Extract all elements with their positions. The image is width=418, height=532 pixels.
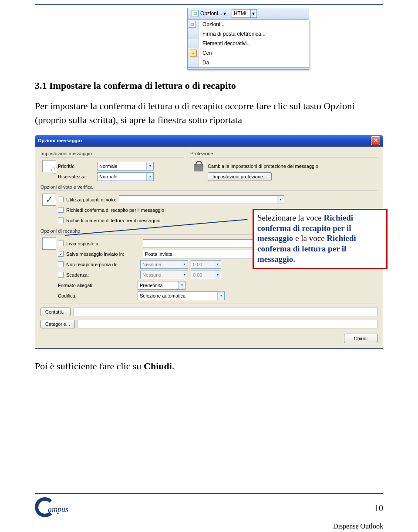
group-vote-title: Opzioni di voto e verifica xyxy=(40,184,378,190)
menu-item-da[interactable]: Da xyxy=(188,58,309,67)
attach-format-value: Predefinita xyxy=(140,283,163,288)
section-heading: 3.1 Impostare la conferma di lettura o d… xyxy=(35,80,383,91)
chevron-down-icon[interactable]: ▾ xyxy=(250,10,255,17)
after-dialog-bold: Chiudi xyxy=(144,361,172,371)
logo-text: ampus xyxy=(48,505,68,514)
options-button-label: Opzioni... xyxy=(200,10,222,17)
chevron-down-icon[interactable]: ▾ xyxy=(181,261,188,268)
footer-rule xyxy=(35,493,383,494)
confidential-value: Normale xyxy=(99,174,118,179)
save-sent-checkbox[interactable]: ✓ xyxy=(58,251,64,257)
dialog-title: Opzioni messaggio xyxy=(38,138,82,143)
vote-buttons-select[interactable]: ▾ xyxy=(119,195,284,204)
menu-item-opzioni[interactable]: ▤ Opzioni... xyxy=(188,20,309,29)
confidential-label: Riservatezza: xyxy=(58,174,97,179)
chevron-down-icon[interactable]: ▾ xyxy=(178,281,185,289)
page-number: 10 xyxy=(374,503,383,513)
expire-time-value: 0.00 xyxy=(193,272,202,278)
delivery-icon xyxy=(42,238,56,250)
menu-item-decorativi[interactable]: Elementi decorativi... xyxy=(188,39,309,48)
callout-text: e la voce xyxy=(293,234,327,243)
toolbar-options-screenshot: ▤ Opzioni... ▾ HTML ▾ ▤ Opzioni... Firma… xyxy=(187,8,309,70)
divider xyxy=(40,304,378,304)
defer-date-select[interactable]: Nessuna ▾ xyxy=(140,260,188,269)
callout-text: Selezionare la voce xyxy=(257,213,324,222)
after-dialog-text: Poi è sufficiente fare clic su xyxy=(35,361,144,371)
chevron-down-icon[interactable]: ▾ xyxy=(222,10,227,17)
attach-format-select[interactable]: Predefinita ▾ xyxy=(138,281,185,290)
expire-date-select[interactable]: Nessuna ▾ xyxy=(140,271,188,279)
replyto-checkbox[interactable] xyxy=(58,241,64,246)
envelope-priority-icon xyxy=(42,160,56,172)
chevron-down-icon[interactable]: ▾ xyxy=(277,196,284,204)
menu-label: Opzioni... xyxy=(199,21,309,27)
contacts-input[interactable] xyxy=(73,308,378,316)
options-icon: ▤ xyxy=(189,21,196,28)
group-protection-title: Protezione xyxy=(190,151,378,156)
close-button[interactable]: Chiudi xyxy=(344,334,378,343)
after-dialog-end: . xyxy=(172,361,175,371)
encoding-select[interactable]: Selezione automatica ▾ xyxy=(138,291,225,300)
categories-input[interactable] xyxy=(78,320,378,328)
menu-grip xyxy=(188,67,309,69)
confidential-select[interactable]: Normale ▾ xyxy=(97,172,154,181)
protection-settings-button[interactable]: Impostazioni protezione... xyxy=(208,172,272,181)
chevron-down-icon[interactable]: ▾ xyxy=(217,292,224,300)
dialog-titlebar: Opzioni messaggio ✕ xyxy=(35,135,383,147)
defer-checkbox[interactable] xyxy=(58,261,64,267)
categories-button[interactable]: Categorie... xyxy=(40,320,75,328)
options-icon: ▤ xyxy=(192,10,199,17)
contacts-button[interactable]: Contatti... xyxy=(40,308,71,316)
priority-label: Priorità: xyxy=(58,164,97,169)
replyto-input[interactable] xyxy=(143,239,265,248)
menu-label: Ccn xyxy=(199,50,309,56)
options-dropdown-menu: ▤ Opzioni... Firma di posta elettronica.… xyxy=(187,19,309,70)
priority-value: Normale xyxy=(99,164,118,169)
format-select[interactable]: HTML ▾ xyxy=(232,9,257,18)
attach-format-label: Formato allegati: xyxy=(58,283,138,288)
chevron-down-icon[interactable]: ▾ xyxy=(181,271,188,279)
read-confirm-label: Richiedi conferma di lettura per il mess… xyxy=(66,218,160,223)
chevron-down-icon[interactable]: ▾ xyxy=(146,162,153,170)
footer-text: Dispense Outlook xyxy=(333,522,383,530)
receipt-confirm-checkbox[interactable] xyxy=(58,207,64,213)
lock-icon xyxy=(192,160,206,172)
expire-checkbox[interactable] xyxy=(58,272,64,278)
toolbar: ▤ Opzioni... ▾ HTML ▾ xyxy=(187,8,309,19)
chevron-down-icon[interactable]: ▾ xyxy=(214,271,221,279)
defer-time-select[interactable]: 0.00 ▾ xyxy=(191,260,221,269)
save-sent-label: Salva messaggio inviato in: xyxy=(66,251,140,257)
menu-item-ccn[interactable]: ✓ Ccn xyxy=(188,48,309,58)
protection-text: Cambia le impostazioni di protezione del… xyxy=(208,164,318,169)
vote-buttons-checkbox[interactable] xyxy=(58,197,64,202)
chevron-down-icon[interactable]: ▾ xyxy=(146,173,153,181)
encoding-value: Selezione automatica xyxy=(140,293,185,298)
vote-buttons-label: Utilizza pulsanti di voto: xyxy=(66,197,116,202)
defer-label: Non recapitare prima di: xyxy=(66,262,140,267)
check-icon: ✓ xyxy=(190,50,197,57)
campus-logo: ampus xyxy=(35,497,65,519)
menu-label: Da xyxy=(199,60,309,66)
menu-item-firma[interactable]: Firma di posta elettronica... xyxy=(188,29,309,39)
read-confirm-checkbox[interactable] xyxy=(58,217,64,223)
page-top-rule xyxy=(35,4,383,5)
close-icon[interactable]: ✕ xyxy=(371,136,380,145)
menu-label: Firma di posta elettronica... xyxy=(199,31,309,37)
expire-label: Scadenza: xyxy=(66,272,140,278)
menu-label: Elementi decorativi... xyxy=(199,40,309,47)
group-settings-title: Impostazioni messaggio xyxy=(40,151,184,156)
defer-time-value: 0.00 xyxy=(193,262,202,267)
defer-date-value: Nessuna xyxy=(142,262,161,267)
options-toolbar-button[interactable]: ▤ Opzioni... ▾ xyxy=(189,9,230,18)
replyto-label: Invia risposte a: xyxy=(66,241,140,246)
verify-icon: ✓ xyxy=(42,194,56,206)
priority-select[interactable]: Normale ▾ xyxy=(97,162,154,171)
expire-time-select[interactable]: 0.00 ▾ xyxy=(191,271,221,279)
expire-date-value: Nessuna xyxy=(142,272,161,278)
chevron-down-icon[interactable]: ▾ xyxy=(214,261,221,268)
save-sent-select[interactable]: Posta inviata xyxy=(143,250,265,258)
format-select-value: HTML xyxy=(234,10,248,17)
save-sent-value: Posta inviata xyxy=(145,251,172,257)
receipt-confirm-label: Richiedi conferma di recapito per il mes… xyxy=(66,207,164,213)
instruction-callout: Selezionare la voce Richiedi conferma di… xyxy=(253,209,388,269)
